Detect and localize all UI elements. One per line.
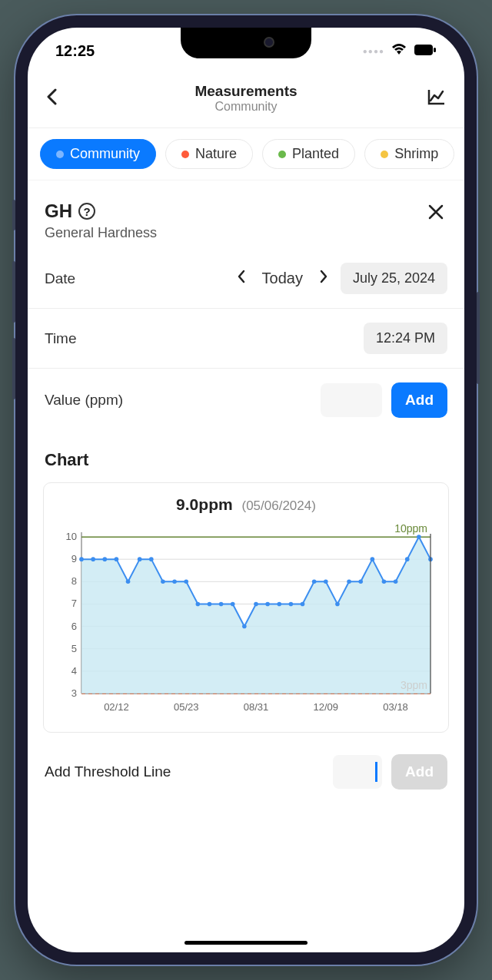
chart-toggle-button[interactable] xyxy=(427,88,446,108)
svg-point-43 xyxy=(301,602,305,607)
svg-text:05/23: 05/23 xyxy=(174,701,199,713)
svg-point-40 xyxy=(265,602,270,607)
svg-point-37 xyxy=(231,602,235,607)
date-next-button[interactable] xyxy=(317,267,331,290)
status-time: 12:25 xyxy=(55,42,95,60)
add-measurement-button[interactable]: Add xyxy=(391,382,447,418)
svg-text:4: 4 xyxy=(71,665,77,677)
svg-point-33 xyxy=(184,579,188,584)
app-header: Measurements Community xyxy=(28,74,464,128)
home-indicator[interactable] xyxy=(184,941,308,945)
svg-point-47 xyxy=(347,579,351,584)
svg-text:8: 8 xyxy=(71,575,77,587)
parameter-name: General Hardness xyxy=(45,225,157,241)
svg-point-31 xyxy=(161,579,165,584)
page-subtitle: Community xyxy=(194,100,297,114)
chart-callout-value: 9.0ppm xyxy=(176,495,233,513)
svg-point-29 xyxy=(138,557,142,561)
svg-text:7: 7 xyxy=(71,598,77,609)
value-input[interactable] xyxy=(321,383,382,417)
svg-point-42 xyxy=(289,602,294,607)
wifi-icon xyxy=(391,42,407,60)
parameter-code: GH xyxy=(45,200,72,222)
time-picker-button[interactable]: 12:24 PM xyxy=(364,323,447,354)
svg-text:08/31: 08/31 xyxy=(244,701,269,713)
svg-text:03/18: 03/18 xyxy=(383,701,408,713)
svg-point-24 xyxy=(79,557,84,561)
svg-point-46 xyxy=(335,602,340,607)
date-stepper: Today xyxy=(234,267,331,290)
svg-point-50 xyxy=(382,579,387,584)
svg-point-49 xyxy=(371,557,375,561)
svg-point-28 xyxy=(126,579,131,584)
svg-point-30 xyxy=(149,557,154,561)
tank-filter-chips: CommunityNaturePlantedShrimp xyxy=(28,128,464,180)
svg-point-26 xyxy=(102,557,107,561)
chip-label: Nature xyxy=(195,146,237,162)
back-button[interactable] xyxy=(46,88,65,108)
svg-text:10ppm: 10ppm xyxy=(394,522,427,535)
svg-rect-0 xyxy=(414,45,433,55)
chip-label: Community xyxy=(70,146,140,162)
svg-text:5: 5 xyxy=(71,643,77,654)
svg-text:02/12: 02/12 xyxy=(104,701,129,713)
close-button[interactable] xyxy=(424,200,447,228)
chip-nature[interactable]: Nature xyxy=(165,139,253,169)
chip-label: Planted xyxy=(292,146,339,162)
date-prev-button[interactable] xyxy=(234,267,248,290)
svg-point-25 xyxy=(91,557,95,561)
date-picker-button[interactable]: July 25, 2024 xyxy=(341,263,447,294)
svg-point-35 xyxy=(208,602,212,607)
svg-point-38 xyxy=(242,624,247,629)
time-label: Time xyxy=(45,330,77,347)
svg-point-45 xyxy=(324,579,328,584)
chart-callout-date: (05/06/2024) xyxy=(241,498,315,513)
chart-card: 9.0ppm (05/06/2024) 34567891010ppm3ppm02… xyxy=(43,482,449,733)
chip-shrimp[interactable]: Shrimp xyxy=(364,139,454,169)
chip-dot-icon xyxy=(181,151,189,158)
help-icon[interactable]: ? xyxy=(78,203,95,220)
gh-chart[interactable]: 34567891010ppm3ppm02/1205/2308/3112/0903… xyxy=(53,521,439,721)
value-label: Value (ppm) xyxy=(45,392,123,409)
svg-text:6: 6 xyxy=(71,621,77,632)
chip-dot-icon xyxy=(56,151,64,158)
svg-point-32 xyxy=(172,579,177,584)
svg-point-51 xyxy=(394,579,398,584)
svg-text:9: 9 xyxy=(71,553,77,564)
cellular-dots-icon: ●●●● xyxy=(363,47,384,55)
svg-point-36 xyxy=(219,602,224,607)
date-label: Date xyxy=(45,270,75,287)
threshold-label: Add Threshold Line xyxy=(45,763,171,780)
svg-point-44 xyxy=(312,579,317,584)
date-stepper-value: Today xyxy=(262,270,303,287)
svg-point-52 xyxy=(405,557,410,561)
svg-rect-1 xyxy=(434,48,436,52)
svg-point-41 xyxy=(277,602,281,607)
add-threshold-button[interactable]: Add xyxy=(391,754,447,790)
chip-planted[interactable]: Planted xyxy=(262,139,355,169)
svg-point-48 xyxy=(358,579,363,584)
battery-icon xyxy=(414,42,437,60)
chip-community[interactable]: Community xyxy=(40,139,156,169)
svg-text:10: 10 xyxy=(66,531,77,542)
chip-dot-icon xyxy=(381,151,388,158)
chart-section-title: Chart xyxy=(28,432,464,479)
svg-point-27 xyxy=(115,557,119,561)
chip-label: Shrimp xyxy=(394,146,438,162)
chart-callout: 9.0ppm (05/06/2024) xyxy=(53,495,439,514)
threshold-color-input[interactable] xyxy=(333,755,382,789)
svg-point-39 xyxy=(254,602,258,607)
page-title: Measurements xyxy=(194,83,297,100)
svg-point-34 xyxy=(196,602,201,607)
chip-dot-icon xyxy=(278,151,286,158)
svg-text:3: 3 xyxy=(71,687,77,699)
svg-text:12/09: 12/09 xyxy=(314,701,339,713)
svg-point-53 xyxy=(417,535,421,539)
